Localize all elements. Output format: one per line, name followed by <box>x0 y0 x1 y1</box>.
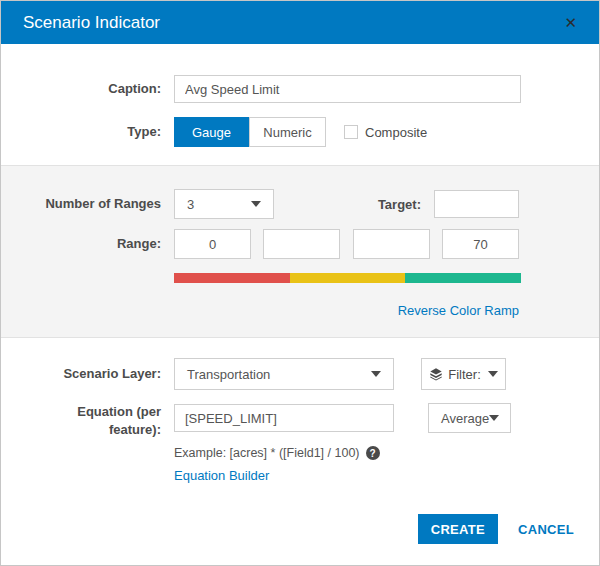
caption-label: Caption: <box>1 80 161 98</box>
target-group: Target: <box>378 190 519 218</box>
type-label: Type: <box>1 123 161 141</box>
layer-equation-section: Scenario Layer: Transportation Filter: E… <box>1 338 599 484</box>
equation-fields: Average <box>161 403 511 433</box>
color-ramp-segment-green <box>405 273 521 283</box>
target-label: Target: <box>378 197 421 212</box>
filter-label: Filter: <box>448 367 481 382</box>
number-of-ranges-label: Number of Ranges <box>1 195 161 213</box>
filter-button[interactable]: Filter: <box>421 358 506 390</box>
equation-builder-row: Equation Builder <box>174 466 599 484</box>
cancel-button[interactable]: CANCEL <box>518 522 574 537</box>
aggregate-dropdown[interactable]: Average <box>428 403 511 433</box>
scenario-layer-dropdown[interactable]: Transportation <box>174 358 394 390</box>
scenario-layer-row: Scenario Layer: Transportation Filter: <box>1 358 599 390</box>
caption-row: Caption: <box>1 75 599 103</box>
scenario-layer-label: Scenario Layer: <box>1 365 161 383</box>
range-input-3[interactable] <box>353 229 430 259</box>
scenario-layer-value: Transportation <box>187 367 270 382</box>
equation-row: Equation (per feature): Average <box>1 403 599 439</box>
range-input-2[interactable] <box>263 229 340 259</box>
dialog-footer: CREATE CANCEL <box>418 514 574 544</box>
caret-down-icon <box>251 201 261 207</box>
caret-down-icon <box>488 371 498 377</box>
equation-example-text: Example: [acres] * ([Field1] / 100) <box>174 446 360 460</box>
layers-icon <box>429 367 443 381</box>
number-of-ranges-dropdown[interactable]: 3 <box>174 189 274 219</box>
close-icon[interactable]: ✕ <box>564 15 577 30</box>
ranges-section: Number of Ranges 3 Target: Range: <box>1 165 599 338</box>
equation-builder-link[interactable]: Equation Builder <box>174 468 269 483</box>
caption-input[interactable] <box>174 75 521 103</box>
range-input-4[interactable] <box>442 229 519 259</box>
range-inputs <box>174 229 519 259</box>
type-option-gauge[interactable]: Gauge <box>174 117 249 147</box>
color-ramp-segment-red <box>174 273 290 283</box>
aggregate-value: Average <box>441 411 489 426</box>
color-ramp-segment-yellow <box>290 273 406 283</box>
type-option-numeric[interactable]: Numeric <box>249 117 326 147</box>
target-input[interactable] <box>434 190 519 218</box>
range-row: Range: <box>1 229 599 259</box>
color-ramp <box>174 273 521 283</box>
general-section: Caption: Type: Gauge Numeric Composite <box>1 44 599 147</box>
create-button[interactable]: CREATE <box>418 514 498 544</box>
number-of-ranges-value: 3 <box>187 197 194 212</box>
reverse-color-ramp-link[interactable]: Reverse Color Ramp <box>398 303 519 318</box>
composite-checkbox[interactable] <box>344 125 358 139</box>
type-row: Type: Gauge Numeric Composite <box>1 117 599 147</box>
number-of-ranges-row: Number of Ranges 3 Target: <box>1 189 599 219</box>
caret-down-icon <box>489 415 499 421</box>
scenario-indicator-dialog: Scenario Indicator ✕ Caption: Type: Gaug… <box>0 0 600 566</box>
dialog-title: Scenario Indicator <box>23 13 160 33</box>
composite-checkbox-group: Composite <box>344 125 427 140</box>
composite-label: Composite <box>365 125 427 140</box>
range-label: Range: <box>1 235 161 253</box>
equation-label: Equation (per feature): <box>1 403 161 439</box>
type-segmented-control: Gauge Numeric <box>174 117 326 147</box>
reverse-ramp-row: Reverse Color Ramp <box>1 301 599 319</box>
equation-input[interactable] <box>174 404 394 432</box>
equation-example-row: Example: [acres] * ([Field1] / 100) ? <box>174 446 599 460</box>
equation-input-row: Average <box>161 403 511 433</box>
dialog-header: Scenario Indicator ✕ <box>1 1 599 44</box>
range-input-1[interactable] <box>174 229 251 259</box>
help-icon[interactable]: ? <box>366 446 380 460</box>
caret-down-icon <box>371 371 381 377</box>
